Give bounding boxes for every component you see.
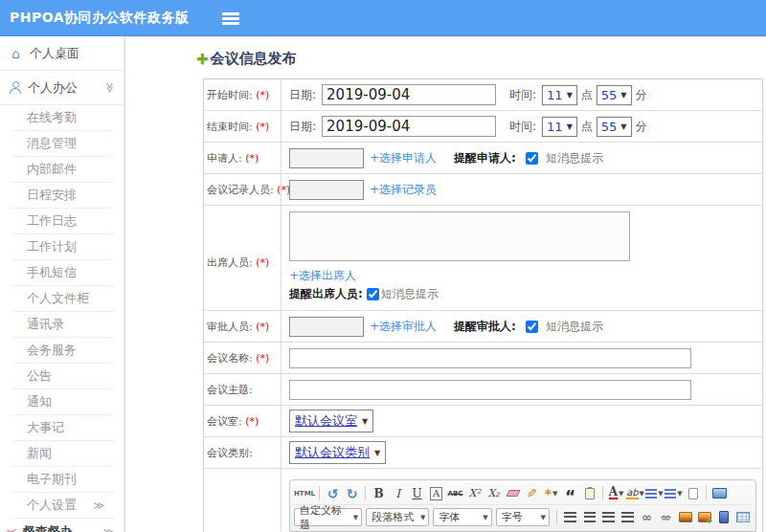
sidebar-item-notice[interactable]: 通知 — [11, 389, 114, 415]
font-size-select[interactable]: 字号▼ — [496, 508, 550, 526]
form-row-applicant: 申请人: (*) +选择申请人 提醒申请人: 短消息提示 — [204, 143, 762, 174]
sidebar-item-work-log[interactable]: 工作日志 — [11, 209, 114, 234]
subscript-button[interactable]: X₂ — [484, 485, 503, 502]
meeting-name-input[interactable] — [289, 348, 691, 368]
form-row-end-time: 结束时间: (*) 日期: 时间: 11▼ 点 55▼ 分 — [204, 111, 762, 143]
meeting-form: 开始时间: (*) 日期: 时间: 11▼ 点 55▼ 分 结束时间: (*) … — [203, 78, 763, 532]
remind-approver-checkbox[interactable] — [526, 321, 538, 333]
add-plus-icon: ✚ — [196, 51, 209, 68]
fullscreen-icon[interactable] — [710, 485, 729, 502]
redo-icon[interactable]: ↻ — [343, 485, 361, 502]
sidebar: ⌂ 个人桌面 个人办公 ≫ 在线考勤 消息管理 内部邮件 日程安排 工作日志 工… — [0, 36, 125, 532]
sidebar-item-e-journal[interactable]: 电子期刊 — [11, 467, 114, 493]
align-right-icon[interactable] — [599, 509, 618, 526]
hour-unit-label: 点 — [581, 87, 593, 103]
recorder-input[interactable] — [289, 180, 364, 200]
ordered-list-button[interactable]: ▼ — [645, 485, 664, 502]
insert-image-icon[interactable] — [695, 509, 713, 526]
end-time-label: 结束时间: — [207, 121, 253, 133]
remind-applicant-checkbox[interactable] — [526, 152, 538, 165]
sidebar-item-news[interactable]: 新闻 — [11, 441, 114, 467]
auto-format-button[interactable]: *▼ — [542, 485, 560, 502]
chevron-down-icon: ▼ — [567, 91, 573, 100]
sidebar-item-personal-office[interactable]: 个人办公 ≫ — [0, 71, 124, 105]
sidebar-item-internal-mail[interactable]: 内部邮件 — [11, 157, 114, 183]
sms-hint-label: 短消息提示 — [546, 150, 603, 166]
align-left-icon[interactable] — [561, 509, 579, 526]
hamburger-menu-icon[interactable] — [222, 12, 239, 25]
required-mark: (*) — [256, 121, 269, 133]
chevron-down-icon: ▼ — [552, 490, 557, 498]
sidebar-item-desktop[interactable]: ⌂ 个人桌面 — [0, 36, 124, 71]
italic-button[interactable]: I — [389, 485, 407, 502]
meeting-room-select[interactable]: 默认会议室▼ — [289, 410, 373, 432]
chevron-down-icon: ▼ — [620, 91, 626, 100]
unlink-icon[interactable]: ∞ — [657, 509, 675, 526]
select-approver-link[interactable]: +选择审批人 — [370, 319, 437, 335]
select-attendees-link[interactable]: +选择出席人 — [289, 269, 356, 282]
sidebar-item-meeting-service[interactable]: 会务服务 — [11, 338, 114, 364]
meeting-subject-input[interactable] — [289, 380, 691, 400]
page-title: ✚ 会议信息发布 — [196, 50, 766, 68]
link-icon[interactable]: ∞ — [638, 509, 656, 526]
sidebar-item-contacts[interactable]: 通讯录 — [11, 312, 114, 338]
meeting-category-select[interactable]: 默认会议类别▼ — [289, 441, 386, 464]
applicant-input[interactable] — [289, 148, 364, 168]
align-center-icon[interactable] — [580, 509, 598, 526]
underline-button[interactable]: U — [408, 485, 426, 502]
format-brush-icon[interactable]: ✎ — [523, 485, 541, 502]
sidebar-item-memorabilia[interactable]: 大事记 — [11, 415, 114, 441]
sidebar-item-sms[interactable]: 手机短信 — [11, 260, 114, 286]
html-source-button[interactable]: HTML — [294, 485, 315, 502]
chevron-down-icon: ▼ — [620, 122, 626, 131]
select-applicant-link[interactable]: +选择申请人 — [370, 150, 437, 166]
chevron-double-right-icon: ≫ — [93, 500, 104, 511]
end-date-input[interactable] — [322, 116, 496, 137]
justify-icon[interactable] — [619, 509, 637, 526]
blockquote-icon[interactable]: “ — [561, 485, 579, 502]
sidebar-item-work-plan[interactable]: 工作计划 — [11, 234, 114, 260]
font-family-select[interactable]: 字体▼ — [433, 508, 491, 526]
required-mark: (*) — [245, 415, 259, 428]
select-recorder-link[interactable]: +选择记录员 — [370, 182, 437, 198]
font-color-button[interactable]: A▼ — [607, 485, 625, 502]
unordered-list-button[interactable]: ▼ — [665, 485, 683, 502]
sidebar-item-messages[interactable]: 消息管理 — [11, 131, 114, 157]
undo-icon[interactable]: ↺ — [324, 485, 342, 502]
form-row-meeting-room: 会议室: (*) 默认会议室▼ — [204, 406, 762, 437]
attendees-textarea[interactable] — [289, 211, 630, 261]
strikethrough-button[interactable]: ABC — [446, 485, 464, 502]
chevron-down-icon: ▼ — [640, 490, 644, 498]
start-hour-select[interactable]: 11▼ — [542, 85, 577, 105]
highlight-button[interactable]: ab▼ — [626, 485, 644, 502]
editor-toolbar-row-2: 自定义标题▼ 段落格式▼ 字体▼ 字号▼ ∞ ∞ — [294, 504, 752, 529]
minute-unit-label: 分 — [636, 87, 647, 103]
superscript-button[interactable]: X² — [465, 485, 484, 502]
new-page-icon[interactable] — [684, 485, 702, 502]
paragraph-format-select[interactable]: 段落格式▼ — [366, 508, 429, 526]
sidebar-item-supervision[interactable]: ✂ 督查督办 ≫ — [0, 519, 124, 532]
eraser-icon[interactable] — [504, 485, 522, 502]
remind-attendees-checkbox[interactable] — [367, 288, 379, 300]
end-minute-select[interactable]: 55▼ — [597, 117, 632, 137]
editor-toolbar: HTML ↺ ↻ B I U A ABC X² — [289, 479, 756, 532]
sidebar-item-announcement[interactable]: 公告 — [11, 364, 114, 389]
meeting-name-label: 会议名称: — [207, 352, 253, 365]
sidebar-item-personal-settings[interactable]: 个人设置 ≫ — [11, 493, 114, 519]
paste-icon[interactable] — [580, 485, 598, 502]
image-icon[interactable] — [676, 509, 694, 526]
start-date-input[interactable] — [322, 84, 496, 105]
form-row-attendees: 出席人员: (*) +选择出席人 提醒出席人员: 短消息提示 — [204, 206, 762, 311]
end-hour-select[interactable]: 11▼ — [542, 117, 577, 137]
font-border-button[interactable]: A — [430, 487, 442, 500]
meeting-category-label: 会议类别: — [207, 447, 253, 459]
table-icon[interactable] — [733, 509, 752, 526]
bold-button[interactable]: B — [370, 485, 388, 502]
sidebar-item-file-cabinet[interactable]: 个人文件柜 — [11, 286, 114, 312]
approver-input[interactable] — [289, 317, 364, 337]
sidebar-item-attendance[interactable]: 在线考勤 — [11, 105, 114, 131]
media-icon[interactable] — [714, 509, 732, 526]
start-minute-select[interactable]: 55▼ — [597, 85, 632, 105]
custom-heading-select[interactable]: 自定义标题▼ — [294, 508, 362, 526]
sidebar-item-schedule[interactable]: 日程安排 — [11, 183, 114, 209]
